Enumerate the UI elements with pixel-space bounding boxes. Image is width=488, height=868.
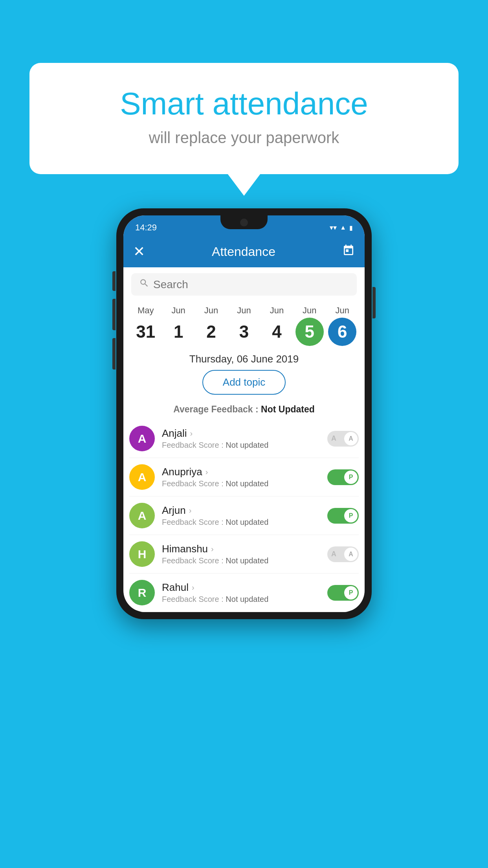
avg-feedback: Average Feedback : Not Updated bbox=[123, 404, 365, 415]
add-topic-button[interactable]: Add topic bbox=[202, 370, 286, 395]
phone-notch bbox=[220, 215, 268, 229]
phone-screen: 14:29 ▾▾ ▲ ▮ ✕ Attendance bbox=[123, 215, 365, 612]
date-item[interactable]: Jun2 bbox=[197, 305, 226, 346]
student-name: Rahul › bbox=[162, 581, 327, 594]
avatar: A bbox=[129, 503, 155, 528]
attendance-toggle[interactable]: P bbox=[327, 469, 359, 485]
student-feedback: Feedback Score : Not updated bbox=[162, 518, 327, 527]
battery-icon: ▮ bbox=[349, 224, 353, 232]
student-feedback: Feedback Score : Not updated bbox=[162, 595, 327, 604]
chevron-icon: › bbox=[189, 506, 192, 515]
student-list: AAnjali ›Feedback Score : Not updatedAAA… bbox=[123, 419, 365, 612]
hero-subtitle: will replace your paperwork bbox=[61, 129, 427, 147]
hero-title: Smart attendance bbox=[61, 86, 427, 121]
search-icon bbox=[139, 278, 149, 291]
avatar: A bbox=[129, 464, 155, 490]
date-item[interactable]: Jun6 bbox=[328, 305, 356, 346]
speech-bubble: Smart attendance will replace your paper… bbox=[29, 63, 459, 174]
calendar-icon[interactable] bbox=[342, 244, 355, 259]
list-item[interactable]: AAnupriya ›Feedback Score : Not updatedP bbox=[129, 458, 359, 497]
search-input[interactable] bbox=[153, 278, 349, 291]
date-item[interactable]: May31 bbox=[132, 305, 160, 346]
status-time: 14:29 bbox=[135, 223, 157, 233]
attendance-toggle[interactable]: P bbox=[327, 585, 359, 601]
phone-button-left-2 bbox=[112, 299, 116, 330]
list-item[interactable]: AArjun ›Feedback Score : Not updatedP bbox=[129, 497, 359, 535]
avatar: A bbox=[129, 426, 155, 451]
date-item[interactable]: Jun4 bbox=[262, 305, 291, 346]
chevron-icon: › bbox=[190, 429, 193, 438]
close-button[interactable]: ✕ bbox=[133, 243, 145, 260]
attendance-toggle[interactable]: P bbox=[327, 508, 359, 524]
student-name: Himanshu › bbox=[162, 543, 327, 555]
add-topic-container: Add topic bbox=[123, 370, 365, 399]
student-feedback: Feedback Score : Not updated bbox=[162, 441, 327, 450]
avatar: H bbox=[129, 541, 155, 567]
phone-wrapper: 14:29 ▾▾ ▲ ▮ ✕ Attendance bbox=[116, 208, 372, 619]
student-name: Arjun › bbox=[162, 504, 327, 517]
phone-outer: 14:29 ▾▾ ▲ ▮ ✕ Attendance bbox=[116, 208, 372, 619]
phone-camera bbox=[240, 219, 248, 226]
phone-button-left-1 bbox=[112, 271, 116, 291]
chevron-icon: › bbox=[192, 583, 194, 592]
list-item[interactable]: RRahul ›Feedback Score : Not updatedP bbox=[129, 574, 359, 612]
attendance-toggle[interactable]: AA bbox=[327, 546, 359, 562]
date-item[interactable]: Jun5 bbox=[295, 305, 324, 346]
date-item[interactable]: Jun1 bbox=[164, 305, 193, 346]
signal-icon: ▲ bbox=[340, 224, 346, 231]
wifi-icon: ▾▾ bbox=[330, 223, 337, 232]
list-item[interactable]: HHimanshu ›Feedback Score : Not updatedA… bbox=[129, 535, 359, 574]
student-feedback: Feedback Score : Not updated bbox=[162, 556, 327, 565]
student-name: Anupriya › bbox=[162, 466, 327, 478]
attendance-toggle[interactable]: AA bbox=[327, 431, 359, 447]
phone-button-right bbox=[372, 287, 376, 318]
speech-bubble-container: Smart attendance will replace your paper… bbox=[29, 63, 459, 174]
date-strip: May31Jun1Jun2Jun3Jun4Jun5Jun6 bbox=[123, 302, 365, 346]
search-container[interactable] bbox=[131, 273, 357, 296]
status-icons: ▾▾ ▲ ▮ bbox=[330, 223, 353, 232]
app-bar-title: Attendance bbox=[212, 245, 275, 259]
list-item[interactable]: AAnjali ›Feedback Score : Not updatedAA bbox=[129, 419, 359, 458]
app-bar: ✕ Attendance bbox=[123, 236, 365, 267]
student-name: Anjali › bbox=[162, 427, 327, 440]
chevron-icon: › bbox=[211, 544, 214, 554]
selected-date: Thursday, 06 June 2019 bbox=[123, 353, 365, 365]
student-feedback: Feedback Score : Not updated bbox=[162, 479, 327, 488]
date-item[interactable]: Jun3 bbox=[230, 305, 258, 346]
chevron-icon: › bbox=[205, 467, 208, 476]
avatar: R bbox=[129, 580, 155, 605]
phone-button-left-3 bbox=[112, 338, 116, 370]
